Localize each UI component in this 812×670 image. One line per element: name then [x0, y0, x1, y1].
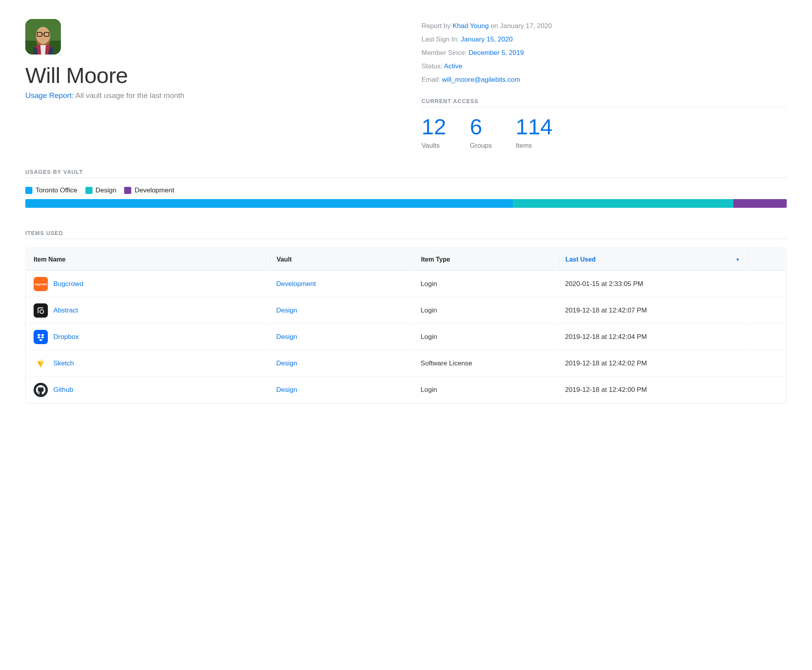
items-used-heading: Items Used	[25, 230, 787, 236]
item-name-link[interactable]: Bugcrowd	[53, 280, 83, 288]
item-name-link[interactable]: Github	[53, 386, 73, 394]
legend-swatch	[124, 187, 131, 194]
table-row[interactable]: AbstractDesignLogin2019-12-18 at 12:42:0…	[26, 298, 786, 324]
stat-items-label: Items	[516, 142, 552, 150]
row-actions	[748, 271, 786, 297]
page-subtitle: Usage Report: All vault usage for the la…	[25, 91, 406, 100]
col-vault[interactable]: Vault	[269, 249, 413, 271]
last-used: 2019-12-18 at 12:42:04 PM	[558, 324, 747, 350]
vault-link[interactable]: Development	[276, 280, 316, 288]
usage-bar-segment	[513, 199, 734, 208]
usage-report-label: Usage Report:	[25, 91, 74, 100]
legend-label: Design	[96, 186, 117, 194]
last-signin-line: Last Sign In: January 15, 2020	[421, 36, 787, 43]
last-used: 2019-12-18 at 12:42:00 PM	[558, 377, 747, 403]
status-value: Active	[444, 62, 462, 70]
table-row[interactable]: bugcrowdBugcrowdDevelopmentLogin2020-01-…	[26, 271, 786, 297]
legend-swatch	[25, 187, 32, 194]
divider	[25, 239, 787, 239]
item-name-link[interactable]: Abstract	[53, 307, 78, 314]
legend-item: Design	[85, 186, 117, 194]
last-used: 2020-01-15 at 2:33:05 PM	[558, 271, 747, 297]
col-item-type[interactable]: Item Type	[414, 249, 557, 271]
legend-label: Development	[134, 186, 174, 194]
vault-link[interactable]: Design	[276, 359, 297, 367]
usages-heading: Usages by Vault	[25, 169, 787, 175]
stat-vaults-label: Vaults	[421, 142, 446, 150]
legend-item: Toronto Office	[25, 186, 77, 194]
caret-down-icon: ▼	[735, 257, 740, 262]
last-used: 2019-12-18 at 12:42:07 PM	[558, 298, 747, 324]
stat-items: 114 Items	[516, 116, 552, 150]
table-row[interactable]: DropboxDesignLogin2019-12-18 at 12:42:04…	[26, 324, 786, 350]
last-used: 2019-12-18 at 12:42:02 PM	[558, 351, 747, 376]
usage-bar-segment	[25, 199, 513, 208]
stat-groups-num: 6	[470, 116, 492, 138]
row-actions	[748, 377, 786, 403]
status-line: Status: Active	[421, 62, 787, 70]
member-since-value: December 5, 2019	[468, 49, 524, 56]
col-item-name[interactable]: Item Name	[26, 249, 268, 271]
item-type: Login	[414, 298, 557, 324]
vault-link[interactable]: Design	[276, 333, 297, 341]
table-row[interactable]: GithubDesignLogin2019-12-18 at 12:42:00 …	[26, 377, 786, 403]
item-type: Login	[414, 377, 557, 403]
member-since-line: Member Since: December 5, 2019	[421, 49, 787, 57]
col-actions[interactable]	[748, 249, 786, 271]
item-type: Login	[414, 324, 557, 350]
row-actions	[748, 351, 786, 376]
row-actions	[748, 324, 786, 350]
avatar	[25, 19, 61, 55]
legend-label: Toronto Office	[36, 186, 77, 194]
row-actions	[748, 298, 786, 324]
col-last-used[interactable]: Last Used ▼	[558, 249, 747, 271]
legend-item: Development	[124, 186, 174, 194]
current-access-heading: Current Access	[421, 98, 787, 104]
divider	[421, 107, 787, 107]
email-value[interactable]: will_moore@agilebits.com	[442, 76, 520, 83]
vault-link[interactable]: Design	[276, 307, 297, 314]
stat-vaults-num: 12	[421, 116, 446, 138]
item-type: Software License	[414, 351, 557, 376]
legend-swatch	[85, 187, 93, 194]
divider	[25, 177, 787, 178]
table-row[interactable]: SketchDesignSoftware License2019-12-18 a…	[26, 351, 786, 376]
item-name-link[interactable]: Dropbox	[53, 333, 79, 341]
stat-groups: 6 Groups	[470, 116, 492, 150]
usage-bar-chart	[25, 199, 787, 208]
usage-legend: Toronto OfficeDesignDevelopment	[25, 186, 787, 194]
item-name-link[interactable]: Sketch	[53, 359, 74, 367]
github-icon	[34, 383, 48, 397]
report-by-value[interactable]: Khad Young	[453, 22, 489, 30]
last-signin-value: January 15, 2020	[461, 36, 513, 43]
svg-point-6	[40, 310, 43, 313]
dropbox-icon	[34, 330, 48, 344]
usage-report-desc: All vault usage for the last month	[76, 91, 185, 100]
report-by-line: Report by Khad Young on January 17, 2020	[421, 22, 787, 30]
abstract-icon	[34, 303, 48, 318]
item-type: Login	[414, 271, 557, 297]
stat-groups-label: Groups	[470, 142, 492, 150]
stat-vaults: 12 Vaults	[421, 116, 446, 150]
email-line: Email: will_moore@agilebits.com	[421, 76, 787, 84]
usage-bar-segment	[733, 199, 787, 208]
items-used-table: Item Name Vault Item Type Last Used ▼ bu…	[25, 248, 787, 404]
vault-link[interactable]: Design	[276, 386, 297, 393]
stat-items-num: 114	[516, 116, 552, 138]
page-title: Will Moore	[25, 62, 406, 88]
bugcrowd-icon: bugcrowd	[34, 277, 48, 291]
sketch-icon	[34, 356, 48, 371]
